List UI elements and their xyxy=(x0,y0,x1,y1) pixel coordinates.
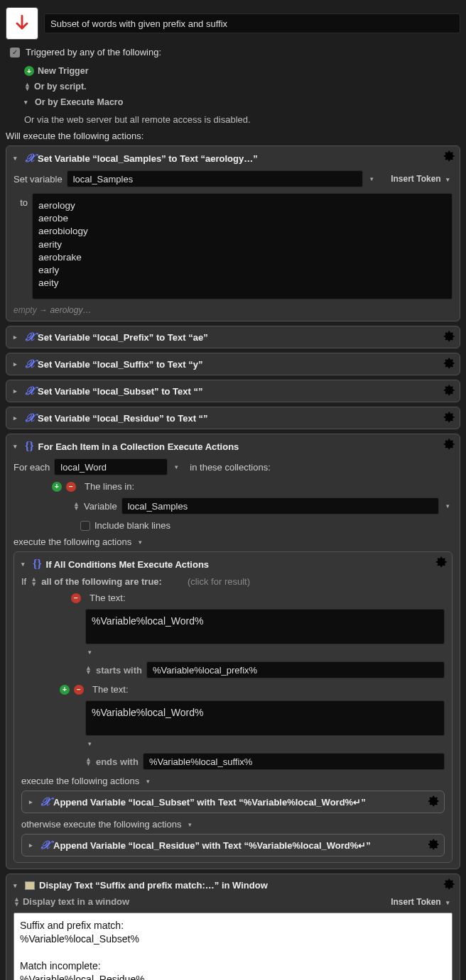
gear-icon[interactable] xyxy=(427,838,440,851)
or-execute-label: Or by Execute Macro xyxy=(35,97,123,107)
click-for-result[interactable]: (click for result) xyxy=(188,576,250,587)
disclose-icon[interactable]: ▸ xyxy=(29,798,36,805)
disclose-icon[interactable]: ▾ xyxy=(13,155,21,162)
updown-icon[interactable]: ▲▼ xyxy=(73,502,80,511)
disclose-icon[interactable]: ▾ xyxy=(13,882,21,889)
action-title: Set Variable “local_Residue” to Text “” xyxy=(38,413,208,424)
include-blank-label: Include blank lines xyxy=(94,520,170,531)
remove-icon[interactable]: − xyxy=(66,482,76,492)
updown-icon[interactable]: ▲▼ xyxy=(13,897,20,906)
variable-x-icon: 𝒳 xyxy=(25,358,33,370)
macro-icon[interactable] xyxy=(6,7,38,40)
action-title: Set Variable “local_Prefix” to Text “ae” xyxy=(38,332,208,343)
flow-icon: {} xyxy=(33,558,42,571)
action-set-variable-residue[interactable]: ▸𝒳Set Variable “local_Residue” to Text “… xyxy=(6,407,460,429)
insert-token-button[interactable]: Insert Token ▾ xyxy=(391,897,453,907)
variable-x-icon: 𝒳 xyxy=(25,152,33,165)
condition-rhs-input[interactable] xyxy=(143,753,445,770)
action-title: Append Variable “local_Subset” with Text… xyxy=(53,797,366,808)
dropdown-caret-icon[interactable]: ▾ xyxy=(443,502,453,510)
action-append-residue[interactable]: ▸𝒳Append Variable “local_Residue” with T… xyxy=(21,834,445,857)
dropdown-caret-icon[interactable]: ▾ xyxy=(143,778,153,785)
new-trigger-button[interactable]: + New Trigger xyxy=(24,63,460,79)
dropdown-caret-icon[interactable]: ▾ xyxy=(85,740,94,747)
variable-value-textarea[interactable]: aerology aerobe aerobiology aerity aerob… xyxy=(32,193,453,299)
action-title: Display Text “Suffix and prefix match:…”… xyxy=(39,880,268,891)
action-set-variable-subset[interactable]: ▸𝒳Set Variable “local_Subset” to Text “” xyxy=(6,380,460,402)
gear-icon[interactable] xyxy=(443,357,455,370)
action-title: Set Variable “local_Suffix” to Text “y” xyxy=(38,359,202,370)
disclose-icon[interactable]: ▸ xyxy=(13,334,21,341)
dropdown-caret-icon[interactable]: ▾ xyxy=(185,821,195,828)
gear-icon[interactable] xyxy=(443,878,455,891)
starts-with-label[interactable]: starts with xyxy=(96,665,142,676)
disclose-icon[interactable]: ▸ xyxy=(13,387,21,395)
action-title: Set Variable “local_Subset” to Text “” xyxy=(38,386,202,397)
gear-icon[interactable] xyxy=(443,411,455,424)
action-title: For Each Item in a Collection Execute Ac… xyxy=(38,441,239,452)
the-text-label: The text: xyxy=(92,684,129,695)
gear-icon[interactable] xyxy=(443,330,455,343)
trigger-checkbox[interactable]: ✓ xyxy=(10,48,20,57)
condition-text-input[interactable]: %Variable%local_Word% xyxy=(85,609,445,644)
window-icon xyxy=(25,881,35,890)
action-set-variable-suffix[interactable]: ▸𝒳Set Variable “local_Suffix” to Text “y… xyxy=(6,353,460,375)
gear-icon[interactable] xyxy=(427,795,440,808)
execute-actions-label: execute the following actions xyxy=(13,536,131,547)
will-execute-caption: Will execute the following actions: xyxy=(6,131,460,141)
disclose-icon[interactable]: ▾ xyxy=(13,443,21,450)
remove-icon[interactable]: − xyxy=(71,593,81,603)
dropdown-caret-icon[interactable]: ▾ xyxy=(85,649,94,656)
condition-text-input[interactable]: %Variable%local_Word% xyxy=(85,700,445,736)
action-set-variable-prefix[interactable]: ▸𝒳Set Variable “local_Prefix” to Text “a… xyxy=(6,326,460,348)
insert-token-button[interactable]: Insert Token ▾ xyxy=(391,174,453,184)
dropdown-caret-icon[interactable]: ▾ xyxy=(172,463,181,470)
ends-with-label[interactable]: ends with xyxy=(96,756,139,767)
or-script-label: Or by script. xyxy=(34,82,87,92)
action-if-block[interactable]: ▾{}If All Conditions Met Execute Actions… xyxy=(13,551,453,863)
or-by-execute-macro[interactable]: ▾ Or by Execute Macro xyxy=(24,94,460,110)
disclose-icon[interactable]: ▸ xyxy=(29,842,36,849)
disclose-icon[interactable]: ▾ xyxy=(21,561,28,568)
disclose-icon[interactable]: ▸ xyxy=(13,360,21,368)
variable-source-label: Variable xyxy=(84,501,117,512)
add-icon[interactable]: + xyxy=(60,685,70,695)
gear-icon[interactable] xyxy=(443,438,455,451)
server-note: Or via the web server but all remote acc… xyxy=(6,114,460,125)
or-by-script[interactable]: ▲▼ Or by script. xyxy=(24,79,460,94)
action-header[interactable]: ▾ 𝒳 Set Variable “local_Samples” to Text… xyxy=(13,152,453,165)
gear-icon[interactable] xyxy=(435,556,448,568)
action-display-text[interactable]: ▾ Display Text “Suffix and prefix match:… xyxy=(6,874,460,980)
loop-var-input[interactable] xyxy=(54,458,168,475)
updown-icon[interactable]: ▲▼ xyxy=(31,577,37,586)
variable-x-icon: 𝒳 xyxy=(40,795,49,808)
variable-x-icon: 𝒳 xyxy=(40,839,49,852)
variable-name-input[interactable] xyxy=(67,170,364,187)
trigger-label: Triggered by any of the following: xyxy=(26,47,161,57)
updown-icon[interactable]: ▲▼ xyxy=(85,666,92,675)
action-set-variable-samples[interactable]: ▾ 𝒳 Set Variable “local_Samples” to Text… xyxy=(6,145,460,321)
dropdown-caret-icon[interactable]: ▾ xyxy=(136,539,145,546)
condition-rhs-input[interactable] xyxy=(146,661,445,678)
execute-actions-label: execute the following actions xyxy=(21,776,139,786)
gear-icon[interactable] xyxy=(443,384,455,397)
remove-icon[interactable]: − xyxy=(74,685,84,695)
updown-icon: ▲▼ xyxy=(24,82,31,92)
action-title: If All Conditions Met Execute Actions xyxy=(46,559,209,570)
lines-in-label: The lines in: xyxy=(85,481,134,492)
trigger-sublist: + New Trigger ▲▼ Or by script. ▾ Or by E… xyxy=(6,63,460,110)
action-append-subset[interactable]: ▸𝒳Append Variable “local_Subset” with Te… xyxy=(21,791,445,813)
macro-header xyxy=(6,7,460,40)
display-mode-label[interactable]: Display text in a window xyxy=(23,896,129,907)
include-blank-checkbox[interactable] xyxy=(80,521,90,531)
lines-source-input[interactable] xyxy=(121,497,439,514)
disclose-icon[interactable]: ▸ xyxy=(13,414,21,422)
display-text-body[interactable]: Suffix and prefix match: %Variable%local… xyxy=(13,913,453,980)
dropdown-caret-icon[interactable]: ▾ xyxy=(367,175,376,182)
add-icon[interactable]: + xyxy=(52,482,62,492)
action-for-each[interactable]: ▾{}For Each Item in a Collection Execute… xyxy=(6,434,460,869)
macro-title-input[interactable] xyxy=(44,13,460,33)
new-trigger-label: New Trigger xyxy=(38,66,89,76)
updown-icon[interactable]: ▲▼ xyxy=(85,757,92,766)
gear-icon[interactable] xyxy=(443,150,455,163)
